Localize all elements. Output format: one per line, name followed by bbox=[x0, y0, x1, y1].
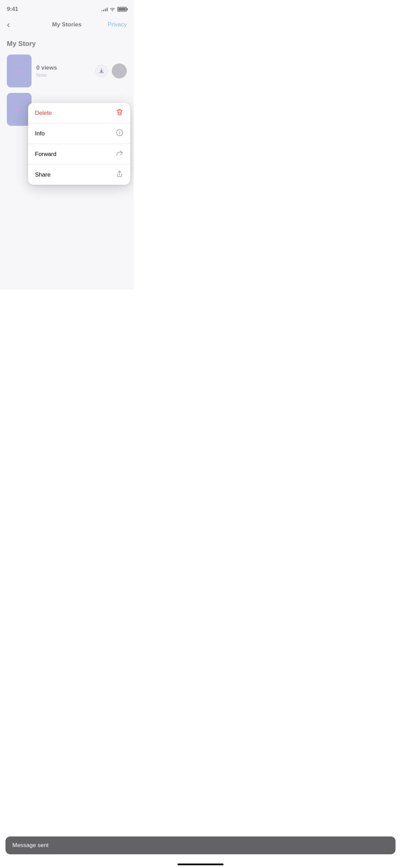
share-icon bbox=[116, 170, 123, 179]
trash-icon bbox=[116, 108, 123, 118]
context-menu: Delete Info Forward Share bbox=[28, 103, 130, 185]
context-menu-share[interactable]: Share bbox=[28, 165, 130, 185]
delete-label: Delete bbox=[35, 110, 52, 117]
context-menu-info[interactable]: Info bbox=[28, 123, 130, 144]
context-menu-delete[interactable]: Delete bbox=[28, 103, 130, 123]
context-menu-forward[interactable]: Forward bbox=[28, 144, 130, 165]
share-label: Share bbox=[35, 171, 50, 178]
svg-point-1 bbox=[119, 131, 120, 132]
forward-icon bbox=[116, 149, 123, 159]
forward-label: Forward bbox=[35, 151, 56, 158]
info-label: Info bbox=[35, 130, 45, 137]
info-icon bbox=[116, 129, 123, 138]
